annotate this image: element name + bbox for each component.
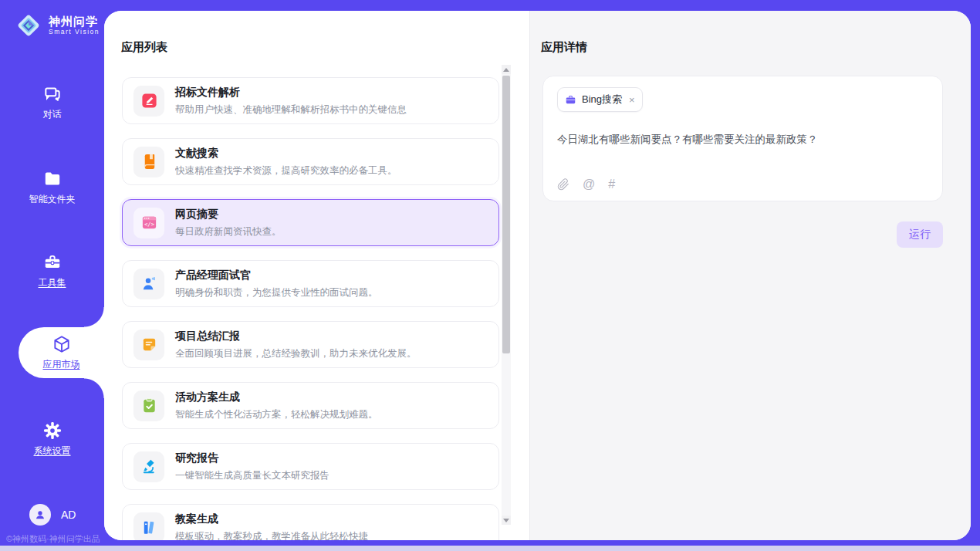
app-description: 全面回顾项目进展，总结经验教训，助力未来优化发展。 xyxy=(175,347,417,360)
paperclip-button[interactable] xyxy=(557,178,569,191)
app-name: 项目总结汇报 xyxy=(175,330,417,343)
app-name: 研究报告 xyxy=(175,451,329,465)
paperclip-icon xyxy=(557,178,569,191)
svg-text:</>: </> xyxy=(144,221,155,228)
sidebar-item-label: 智能文件夹 xyxy=(29,193,76,206)
briefcase-icon xyxy=(565,94,576,106)
brand-name: 神州问学 xyxy=(49,15,100,28)
app-description: 明确身份和职责，为您提供专业性的面试问题。 xyxy=(175,286,378,299)
clipboard-check-icon xyxy=(140,397,158,414)
person-icon xyxy=(34,509,46,521)
prompt-input[interactable]: 今日湖北有哪些新闻要点？有哪些需要关注的最新政策？ xyxy=(557,132,928,147)
app-description: 模板驱动，教案秒成，教学准备从此轻松快捷 xyxy=(175,530,368,541)
run-row: 运行 xyxy=(530,221,943,248)
at-icon: @ xyxy=(583,177,595,191)
app-detail-pane: 应用详情 Bing搜索 × 今日湖北有哪些新闻要点？有哪些需要关注的最新政策？ xyxy=(529,11,971,540)
app-icon-tile xyxy=(133,86,164,117)
sidebar-item-smart-folder[interactable]: 智能文件夹 xyxy=(0,162,104,213)
sidebar-item-toolkit[interactable]: 工具集 xyxy=(0,245,104,296)
avatar[interactable] xyxy=(29,504,51,526)
app-name: 活动方案生成 xyxy=(175,390,378,404)
toolbox-icon xyxy=(42,252,63,272)
interviewer-icon xyxy=(140,275,158,292)
app-icon-tile xyxy=(133,512,164,541)
gear-icon xyxy=(42,421,63,441)
microscope-icon xyxy=(140,458,158,475)
sidebar-item-app-market[interactable]: 应用市场 xyxy=(19,327,104,378)
sidebar-item-label: 对话 xyxy=(43,108,62,121)
app-detail-title: 应用详情 xyxy=(541,40,971,55)
app-card-bid-document-analysis[interactable]: 招标文件解析 帮助用户快速、准确地理解和解析招标书中的关键信息 xyxy=(122,77,499,124)
gem-logo-icon xyxy=(14,11,43,40)
app-card-web-summary[interactable]: </> 网页摘要 每日政府新闻资讯快查。 xyxy=(122,199,499,246)
app-name: 招标文件解析 xyxy=(175,86,407,100)
app-card-project-summary[interactable]: 项目总结汇报 全面回顾项目进展，总结经验教训，助力未来优化发展。 xyxy=(122,321,499,368)
user-initials: AD xyxy=(61,509,76,521)
app-icon-tile xyxy=(133,147,164,177)
scrollbar-thumb[interactable] xyxy=(502,76,510,353)
close-icon[interactable]: × xyxy=(629,95,635,105)
bottom-frame-strip xyxy=(0,546,980,551)
app-icon-tile xyxy=(133,390,164,421)
cube-icon xyxy=(52,334,72,354)
app-list: 招标文件解析 帮助用户快速、准确地理解和解析招标书中的关键信息 文献搜索 快速精… xyxy=(122,77,499,540)
scroll-up-arrow[interactable] xyxy=(502,65,511,74)
book-icon xyxy=(140,153,158,171)
app-name: 文献搜索 xyxy=(175,147,397,161)
app-card-activity-plan[interactable]: 活动方案生成 智能生成个性化活动方案，轻松解决规划难题。 xyxy=(122,382,499,429)
app-name: 教案生成 xyxy=(175,512,368,526)
hash-button[interactable]: # xyxy=(608,178,615,191)
sidebar-item-label: 工具集 xyxy=(39,276,66,289)
brand-subtitle: Smart Vision xyxy=(49,29,100,35)
sidebar-item-label: 系统设置 xyxy=(34,445,71,458)
app-name: 产品经理面试官 xyxy=(175,269,378,282)
app-description: 每日政府新闻资讯快查。 xyxy=(175,225,282,238)
app-name: 网页摘要 xyxy=(175,208,282,221)
mention-button[interactable]: @ xyxy=(583,178,595,191)
app-icon-tile xyxy=(133,330,164,360)
run-button[interactable]: 运行 xyxy=(897,221,943,248)
app-card-literature-search[interactable]: 文献搜索 快速精准查找学术资源，提高研究效率的必备工具。 xyxy=(122,138,499,185)
folder-icon xyxy=(42,169,63,189)
app-card-lesson-plan[interactable]: 教案生成 模板驱动，教案秒成，教学准备从此轻松快捷 xyxy=(122,504,499,540)
user-account: AD xyxy=(29,504,76,526)
tool-tag-label: Bing搜索 xyxy=(582,93,622,106)
sticky-note-icon xyxy=(140,336,158,353)
app-description: 快速精准查找学术资源，提高研究效率的必备工具。 xyxy=(175,164,397,177)
composer-toolbar: @ # xyxy=(557,178,615,191)
app-icon-tile xyxy=(133,451,164,482)
app-description: 智能生成个性化活动方案，轻松解决规划难题。 xyxy=(175,408,378,421)
list-scrollbar[interactable] xyxy=(502,65,511,525)
copyright-text: ©神州数码·神州问学出品 xyxy=(6,533,100,545)
sidebar: 神州问学 Smart Vision 对话 智能文件夹 工具集 应用市场 xyxy=(0,0,104,551)
chat-icon xyxy=(42,84,63,104)
books-icon xyxy=(140,519,158,536)
app-icon-tile xyxy=(133,269,164,299)
app-list-pane: 应用列表 招标文件解析 帮助用户快速、准确地理解和解析招标书中的关键信息 xyxy=(104,11,529,540)
scroll-down-arrow[interactable] xyxy=(502,516,511,525)
sidebar-item-chat[interactable]: 对话 xyxy=(0,77,104,128)
sidebar-item-settings[interactable]: 系统设置 xyxy=(0,414,104,465)
app-card-research-report[interactable]: 研究报告 一键智能生成高质量长文本研究报告 xyxy=(122,443,499,490)
hash-icon: # xyxy=(608,177,615,191)
app-description: 一键智能生成高质量长文本研究报告 xyxy=(175,469,329,482)
app-icon-tile: </> xyxy=(133,208,164,238)
sidebar-item-label: 应用市场 xyxy=(43,358,80,371)
app-logo: 神州问学 Smart Vision xyxy=(14,11,100,40)
app-card-pm-interviewer[interactable]: 产品经理面试官 明确身份和职责，为您提供专业性的面试问题。 xyxy=(122,260,499,307)
browser-code-icon: </> xyxy=(140,214,158,232)
main-content: 应用列表 招标文件解析 帮助用户快速、准确地理解和解析招标书中的关键信息 xyxy=(104,11,971,540)
tool-tag-bing-search[interactable]: Bing搜索 × xyxy=(557,87,643,112)
app-list-title: 应用列表 xyxy=(121,40,529,55)
edit-document-icon xyxy=(140,92,158,110)
prompt-card: Bing搜索 × 今日湖北有哪些新闻要点？有哪些需要关注的最新政策？ @ # xyxy=(542,76,943,201)
app-description: 帮助用户快速、准确地理解和解析招标书中的关键信息 xyxy=(175,103,407,117)
